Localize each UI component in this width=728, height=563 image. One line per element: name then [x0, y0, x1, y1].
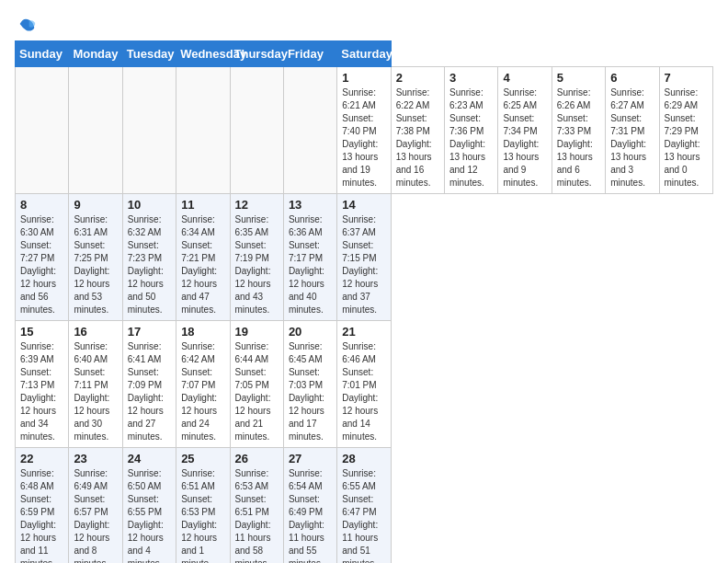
calendar-cell: 11 Sunrise: 6:34 AM Sunset: 7:21 PM Dayl… [176, 194, 230, 321]
day-info: Sunrise: 6:32 AM Sunset: 7:23 PM Dayligh… [128, 213, 171, 316]
day-info: Sunrise: 6:39 AM Sunset: 7:13 PM Dayligh… [20, 340, 63, 443]
calendar-cell: 24 Sunrise: 6:50 AM Sunset: 6:55 PM Dayl… [122, 448, 176, 564]
calendar-cell: 6 Sunrise: 6:27 AM Sunset: 7:31 PM Dayli… [606, 67, 659, 194]
logo-icon [18, 15, 37, 33]
day-info: Sunrise: 6:30 AM Sunset: 7:27 PM Dayligh… [20, 213, 63, 316]
day-info: Sunrise: 6:27 AM Sunset: 7:31 PM Dayligh… [610, 86, 654, 190]
day-number: 18 [181, 325, 224, 339]
day-number: 9 [74, 198, 117, 212]
calendar-table: SundayMondayTuesdayWednesdayThursdayFrid… [15, 40, 713, 563]
day-number: 16 [74, 325, 117, 339]
day-info: Sunrise: 6:49 AM Sunset: 6:57 PM Dayligh… [74, 467, 117, 563]
day-number: 14 [342, 198, 385, 212]
weekday-header-friday: Friday [283, 41, 336, 67]
weekday-header-wednesday: Wednesday [176, 41, 230, 67]
day-number: 11 [181, 198, 224, 212]
day-number: 26 [235, 452, 279, 465]
day-number: 6 [610, 71, 654, 85]
day-info: Sunrise: 6:54 AM Sunset: 6:49 PM Dayligh… [289, 467, 332, 563]
calendar-cell: 8 Sunrise: 6:30 AM Sunset: 7:27 PM Dayli… [16, 194, 69, 321]
calendar-cell: 20 Sunrise: 6:45 AM Sunset: 7:03 PM Dayl… [283, 321, 336, 448]
calendar-cell: 25 Sunrise: 6:51 AM Sunset: 6:53 PM Dayl… [176, 448, 230, 564]
day-info: Sunrise: 6:44 AM Sunset: 7:05 PM Dayligh… [235, 340, 279, 443]
calendar-cell: 22 Sunrise: 6:48 AM Sunset: 6:59 PM Dayl… [16, 448, 69, 564]
calendar-cell [283, 67, 336, 194]
calendar-cell: 17 Sunrise: 6:41 AM Sunset: 7:09 PM Dayl… [122, 321, 176, 448]
day-info: Sunrise: 6:36 AM Sunset: 7:17 PM Dayligh… [289, 213, 332, 316]
day-number: 5 [557, 71, 600, 85]
weekday-header-saturday: Saturday [337, 41, 391, 67]
calendar-cell: 26 Sunrise: 6:53 AM Sunset: 6:51 PM Dayl… [230, 448, 283, 564]
day-info: Sunrise: 6:41 AM Sunset: 7:09 PM Dayligh… [128, 340, 171, 443]
day-info: Sunrise: 6:34 AM Sunset: 7:21 PM Dayligh… [181, 213, 224, 316]
day-number: 8 [20, 198, 63, 212]
day-number: 2 [396, 71, 439, 85]
day-number: 12 [235, 198, 279, 212]
day-number: 27 [289, 452, 332, 465]
day-info: Sunrise: 6:50 AM Sunset: 6:55 PM Dayligh… [128, 467, 171, 563]
calendar-cell: 13 Sunrise: 6:36 AM Sunset: 7:17 PM Dayl… [283, 194, 336, 321]
weekday-header-monday: Monday [69, 41, 122, 67]
day-info: Sunrise: 6:31 AM Sunset: 7:25 PM Dayligh… [74, 213, 117, 316]
day-info: Sunrise: 6:23 AM Sunset: 7:36 PM Dayligh… [449, 86, 493, 190]
day-number: 13 [289, 198, 332, 212]
header [15, 15, 713, 33]
calendar-cell: 9 Sunrise: 6:31 AM Sunset: 7:25 PM Dayli… [69, 194, 122, 321]
weekday-header-sunday: Sunday [16, 41, 69, 67]
day-number: 22 [20, 452, 63, 465]
calendar-week-row: 8 Sunrise: 6:30 AM Sunset: 7:27 PM Dayli… [16, 194, 713, 321]
day-number: 3 [449, 71, 493, 85]
day-number: 15 [20, 325, 63, 339]
calendar-week-row: 22 Sunrise: 6:48 AM Sunset: 6:59 PM Dayl… [16, 448, 713, 564]
day-number: 10 [128, 198, 171, 212]
day-info: Sunrise: 6:45 AM Sunset: 7:03 PM Dayligh… [289, 340, 332, 443]
day-number: 24 [128, 452, 171, 465]
calendar-cell: 2 Sunrise: 6:22 AM Sunset: 7:38 PM Dayli… [391, 67, 444, 194]
day-info: Sunrise: 6:51 AM Sunset: 6:53 PM Dayligh… [181, 467, 224, 563]
day-number: 4 [503, 71, 546, 85]
calendar-cell: 19 Sunrise: 6:44 AM Sunset: 7:05 PM Dayl… [230, 321, 283, 448]
calendar-cell: 21 Sunrise: 6:46 AM Sunset: 7:01 PM Dayl… [337, 321, 391, 448]
calendar-cell: 5 Sunrise: 6:26 AM Sunset: 7:33 PM Dayli… [552, 67, 605, 194]
day-number: 28 [342, 452, 385, 465]
calendar-cell: 23 Sunrise: 6:49 AM Sunset: 6:57 PM Dayl… [69, 448, 122, 564]
calendar-cell: 4 Sunrise: 6:25 AM Sunset: 7:34 PM Dayli… [498, 67, 552, 194]
calendar-cell: 15 Sunrise: 6:39 AM Sunset: 7:13 PM Dayl… [16, 321, 69, 448]
weekday-header-tuesday: Tuesday [122, 41, 176, 67]
calendar-cell: 16 Sunrise: 6:40 AM Sunset: 7:11 PM Dayl… [69, 321, 122, 448]
day-info: Sunrise: 6:40 AM Sunset: 7:11 PM Dayligh… [74, 340, 117, 443]
calendar-cell: 18 Sunrise: 6:42 AM Sunset: 7:07 PM Dayl… [176, 321, 230, 448]
calendar-cell: 27 Sunrise: 6:54 AM Sunset: 6:49 PM Dayl… [283, 448, 336, 564]
calendar-cell [230, 67, 283, 194]
calendar-cell: 7 Sunrise: 6:29 AM Sunset: 7:29 PM Dayli… [659, 67, 713, 194]
day-info: Sunrise: 6:46 AM Sunset: 7:01 PM Dayligh… [342, 340, 385, 443]
calendar-cell [69, 67, 122, 194]
day-number: 17 [128, 325, 171, 339]
day-number: 19 [235, 325, 279, 339]
day-info: Sunrise: 6:55 AM Sunset: 6:47 PM Dayligh… [342, 467, 385, 563]
day-number: 25 [181, 452, 224, 465]
calendar-cell [122, 67, 176, 194]
day-info: Sunrise: 6:53 AM Sunset: 6:51 PM Dayligh… [235, 467, 279, 563]
day-info: Sunrise: 6:48 AM Sunset: 6:59 PM Dayligh… [20, 467, 63, 563]
calendar-cell: 14 Sunrise: 6:37 AM Sunset: 7:15 PM Dayl… [337, 194, 391, 321]
day-info: Sunrise: 6:29 AM Sunset: 7:29 PM Dayligh… [665, 86, 709, 190]
calendar-cell: 28 Sunrise: 6:55 AM Sunset: 6:47 PM Dayl… [337, 448, 391, 564]
weekday-header-row: SundayMondayTuesdayWednesdayThursdayFrid… [16, 41, 713, 67]
calendar-cell: 12 Sunrise: 6:35 AM Sunset: 7:19 PM Dayl… [230, 194, 283, 321]
calendar-cell: 10 Sunrise: 6:32 AM Sunset: 7:23 PM Dayl… [122, 194, 176, 321]
calendar-cell: 1 Sunrise: 6:21 AM Sunset: 7:40 PM Dayli… [337, 67, 391, 194]
day-info: Sunrise: 6:26 AM Sunset: 7:33 PM Dayligh… [557, 86, 600, 190]
calendar-cell [16, 67, 69, 194]
day-info: Sunrise: 6:37 AM Sunset: 7:15 PM Dayligh… [342, 213, 385, 316]
day-number: 20 [289, 325, 332, 339]
day-number: 23 [74, 452, 117, 465]
day-number: 1 [342, 71, 385, 85]
day-info: Sunrise: 6:21 AM Sunset: 7:40 PM Dayligh… [342, 86, 385, 190]
weekday-header-thursday: Thursday [230, 41, 283, 67]
day-number: 7 [665, 71, 709, 85]
day-info: Sunrise: 6:22 AM Sunset: 7:38 PM Dayligh… [396, 86, 439, 190]
day-number: 21 [342, 325, 385, 339]
day-info: Sunrise: 6:25 AM Sunset: 7:34 PM Dayligh… [503, 86, 546, 190]
logo [15, 15, 39, 33]
